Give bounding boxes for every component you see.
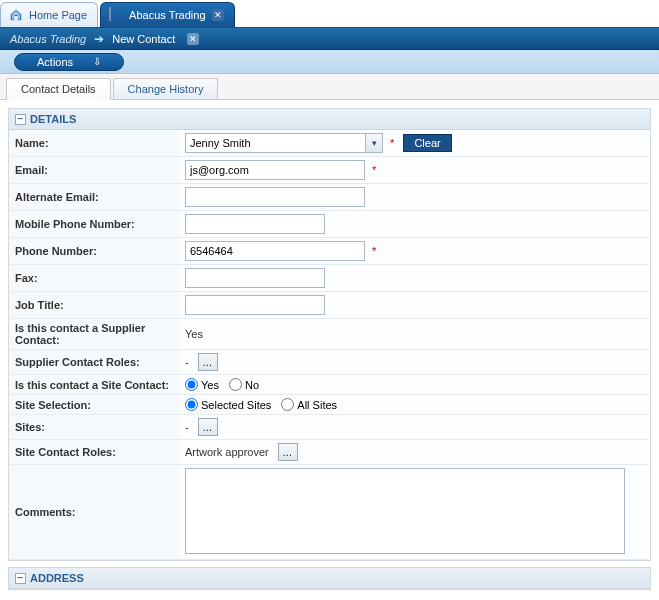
breadcrumb-current: New Contact xyxy=(112,33,175,45)
site-selection-radio-group: Selected Sites All Sites xyxy=(185,398,644,411)
tab-home[interactable]: Home Page xyxy=(0,2,98,27)
label-is-supplier-contact: Is this contact a Supplier Contact: xyxy=(9,319,179,350)
supplier-roles-value: - xyxy=(185,356,189,368)
name-dropdown-button[interactable]: ▾ xyxy=(365,133,383,153)
label-site-contact-roles: Site Contact Roles: xyxy=(9,440,179,465)
details-form: Name: ▾ * Clear Email: * Alternate Email… xyxy=(9,130,650,560)
breadcrumb-arrow-icon: ➔ xyxy=(94,32,104,46)
label-is-site-contact: Is this contact a Site Contact: xyxy=(9,375,179,395)
breadcrumb: Abacus Trading ➔ New Contact ✕ xyxy=(0,28,659,50)
label-fax: Fax: xyxy=(9,265,179,292)
required-star: * xyxy=(372,245,376,257)
breadcrumb-close-icon[interactable]: ✕ xyxy=(187,33,199,45)
tab-change-history[interactable]: Change History xyxy=(113,78,219,99)
phone-input[interactable] xyxy=(185,241,365,261)
close-icon[interactable]: ✕ xyxy=(212,9,224,21)
site-contact-radio-group: Yes No xyxy=(185,378,644,391)
tab-home-label: Home Page xyxy=(29,9,87,21)
sub-tab-bar: Contact Details Change History xyxy=(0,74,659,100)
label-mobile: Mobile Phone Number: xyxy=(9,211,179,238)
section-details: − DETAILS Name: ▾ * Clear Email: * Alter… xyxy=(8,108,651,561)
site-contact-roles-value: Artwork approver xyxy=(185,446,269,458)
fax-input[interactable] xyxy=(185,268,325,288)
site-contact-roles-lookup-button[interactable]: … xyxy=(278,443,298,461)
mobile-input[interactable] xyxy=(185,214,325,234)
tab-contact-details[interactable]: Contact Details xyxy=(6,78,111,100)
name-input[interactable] xyxy=(185,133,365,153)
label-site-selection: Site Selection: xyxy=(9,395,179,415)
chevron-down-icon: ⇩ xyxy=(93,56,101,67)
radio-site-contact-yes[interactable] xyxy=(185,378,198,391)
label-job-title: Job Title: xyxy=(9,292,179,319)
collapse-icon[interactable]: − xyxy=(15,573,26,584)
label-alt-email: Alternate Email: xyxy=(9,184,179,211)
actions-button[interactable]: Actions ⇩ xyxy=(14,53,124,71)
top-tab-bar: Home Page Abacus Trading ✕ xyxy=(0,0,659,28)
actions-bar: Actions ⇩ xyxy=(0,50,659,74)
section-address-title: ADDRESS xyxy=(30,572,84,584)
section-address: − ADDRESS xyxy=(8,567,651,590)
required-star: * xyxy=(390,137,394,149)
section-details-title: DETAILS xyxy=(30,113,76,125)
clear-button[interactable]: Clear xyxy=(403,134,451,152)
job-title-input[interactable] xyxy=(185,295,325,315)
actions-label: Actions xyxy=(37,56,73,68)
label-name: Name: xyxy=(9,130,179,157)
radio-all-sites[interactable] xyxy=(281,398,294,411)
email-input[interactable] xyxy=(185,160,365,180)
collapse-icon[interactable]: − xyxy=(15,114,26,125)
sites-lookup-button[interactable]: … xyxy=(198,418,218,436)
sites-value: - xyxy=(185,421,189,433)
label-supplier-roles: Supplier Contact Roles: xyxy=(9,350,179,375)
tab-active-label: Abacus Trading xyxy=(129,9,205,21)
document-icon xyxy=(109,8,123,22)
section-address-header: − ADDRESS xyxy=(9,568,650,589)
alt-email-input[interactable] xyxy=(185,187,365,207)
comments-textarea[interactable] xyxy=(185,468,625,554)
home-icon xyxy=(9,8,23,22)
label-phone: Phone Number: xyxy=(9,238,179,265)
label-sites: Sites: xyxy=(9,415,179,440)
radio-selected-sites[interactable] xyxy=(185,398,198,411)
supplier-roles-lookup-button[interactable]: … xyxy=(198,353,218,371)
section-details-header: − DETAILS xyxy=(9,109,650,130)
radio-site-contact-no[interactable] xyxy=(229,378,242,391)
required-star: * xyxy=(372,164,376,176)
is-supplier-contact-value: Yes xyxy=(185,328,203,340)
name-dropdown: ▾ xyxy=(185,133,383,153)
breadcrumb-root[interactable]: Abacus Trading xyxy=(10,33,86,45)
tab-abacus-trading[interactable]: Abacus Trading ✕ xyxy=(100,2,234,27)
label-email: Email: xyxy=(9,157,179,184)
label-comments: Comments: xyxy=(9,465,179,560)
